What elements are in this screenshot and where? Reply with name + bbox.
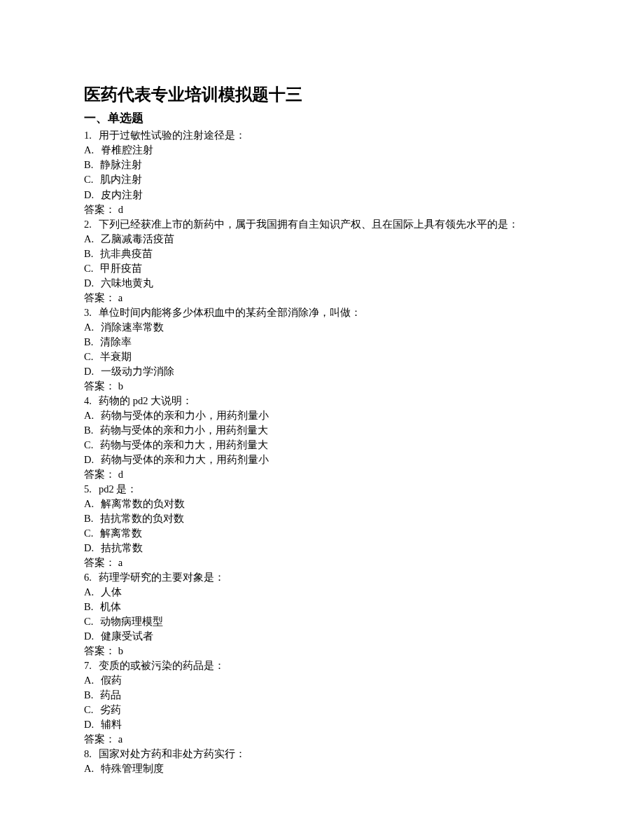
- option: B.抗非典疫苗: [84, 247, 560, 261]
- option-text: 甲肝疫苗: [100, 263, 142, 274]
- option-letter: A.: [84, 497, 94, 511]
- option: A.假药: [84, 673, 560, 688]
- option: D.辅料: [84, 717, 560, 732]
- answer-line: 答案： b: [84, 379, 560, 394]
- option: A.人体: [84, 585, 560, 600]
- option-letter: D.: [84, 188, 94, 202]
- option-text: 六味地黄丸: [101, 277, 153, 289]
- option-text: 人体: [101, 586, 122, 598]
- option-letter: C.: [84, 350, 93, 364]
- option-letter: A.: [84, 143, 94, 158]
- option-letter: B.: [84, 247, 93, 261]
- option-text: 解离常数的负对数: [101, 498, 185, 509]
- option-text: 肌内注射: [100, 174, 142, 185]
- option: C.肌内注射: [84, 172, 560, 187]
- option: A.特殊管理制度: [84, 761, 560, 776]
- option: D.一级动力学消除: [84, 364, 560, 379]
- question-number: 3.: [84, 305, 92, 320]
- option: C.劣药: [84, 703, 560, 717]
- option-letter: C.: [84, 438, 93, 453]
- question-stem: 4.药物的 pd2 大说明：: [84, 394, 560, 408]
- question-text: 药理学研究的主要对象是：: [99, 572, 225, 583]
- option-text: 静脉注射: [100, 159, 142, 170]
- answer-label: 答案：: [84, 557, 115, 568]
- question-stem: 6.药理学研究的主要对象是：: [84, 570, 560, 585]
- section-heading: 一、单选题: [84, 110, 560, 127]
- option-text: 药物与受体的亲和力大，用药剂量小: [101, 454, 269, 465]
- option-text: 一级动力学消除: [101, 366, 174, 377]
- question-text: 药物的 pd2 大说明：: [99, 395, 192, 406]
- option-text: 抗非典疫苗: [100, 248, 153, 259]
- question-text: pd2 是：: [99, 483, 137, 495]
- question-number: 4.: [84, 394, 92, 408]
- answer-value: b: [115, 380, 123, 392]
- option-text: 药品: [100, 689, 121, 701]
- question-number: 5.: [84, 482, 92, 497]
- option: D.拮抗常数: [84, 541, 560, 555]
- option: C.解离常数: [84, 526, 560, 541]
- questions-list: 1.用于过敏性试验的注射途径是：A.脊椎腔注射B.静脉注射C.肌内注射D.皮内注…: [84, 128, 560, 776]
- option-letter: C.: [84, 172, 93, 187]
- option-text: 特殊管理制度: [101, 763, 164, 774]
- option: B.机体: [84, 600, 560, 614]
- option: B.药品: [84, 688, 560, 703]
- question-stem: 3.单位时间内能将多少体积血中的某药全部消除净，叫做：: [84, 305, 560, 320]
- option: A.消除速率常数: [84, 320, 560, 335]
- answer-label: 答案：: [84, 292, 115, 303]
- question-number: 8.: [84, 747, 92, 761]
- option-text: 健康受试者: [101, 630, 153, 642]
- answer-value: a: [115, 733, 122, 745]
- option-text: 劣药: [100, 704, 121, 715]
- answer-line: 答案： d: [84, 202, 560, 217]
- option-text: 解离常数: [100, 527, 142, 539]
- question-text: 单位时间内能将多少体积血中的某药全部消除净，叫做：: [99, 307, 361, 318]
- option-letter: C.: [84, 261, 93, 276]
- option-letter: B.: [84, 423, 93, 438]
- question-stem: 7.变质的或被污染的药品是：: [84, 658, 560, 673]
- option: B.清除率: [84, 335, 560, 350]
- option: C.甲肝疫苗: [84, 261, 560, 276]
- option-text: 拮抗常数的负对数: [100, 513, 184, 524]
- option-letter: A.: [84, 585, 94, 600]
- answer-line: 答案： a: [84, 732, 560, 747]
- option-letter: A.: [84, 232, 94, 247]
- option: A.解离常数的负对数: [84, 497, 560, 511]
- answer-label: 答案：: [84, 733, 115, 745]
- option-text: 拮抗常数: [101, 542, 143, 553]
- option-letter: B.: [84, 688, 93, 703]
- question-text: 国家对处方药和非处方药实行：: [99, 748, 246, 759]
- question-stem: 2.下列已经获准上市的新药中，属于我国拥有自主知识产权、且在国际上具有领先水平的…: [84, 217, 560, 232]
- answer-label: 答案：: [84, 469, 115, 480]
- option: A.脊椎腔注射: [84, 143, 560, 158]
- answer-line: 答案： d: [84, 467, 560, 482]
- option-text: 假药: [101, 675, 122, 686]
- answer-value: a: [115, 557, 122, 568]
- question-number: 6.: [84, 570, 92, 585]
- option-text: 半衰期: [100, 351, 132, 362]
- option-text: 辅料: [101, 719, 122, 730]
- question-number: 1.: [84, 128, 92, 143]
- answer-line: 答案： b: [84, 644, 560, 658]
- option-letter: B.: [84, 158, 93, 172]
- option: D.健康受试者: [84, 629, 560, 644]
- option: C.动物病理模型: [84, 614, 560, 629]
- option-letter: D.: [84, 276, 94, 291]
- option-text: 动物病理模型: [100, 616, 163, 627]
- option: D.药物与受体的亲和力大，用药剂量小: [84, 453, 560, 467]
- option-text: 脊椎腔注射: [101, 144, 153, 156]
- option-letter: B.: [84, 511, 93, 526]
- question-number: 7.: [84, 658, 92, 673]
- option-text: 药物与受体的亲和力大，用药剂量大: [100, 439, 268, 450]
- option: C.半衰期: [84, 350, 560, 364]
- answer-value: b: [115, 645, 123, 656]
- option-letter: B.: [84, 600, 93, 614]
- option-letter: A.: [84, 673, 94, 688]
- question-text: 用于过敏性试验的注射途径是：: [99, 130, 246, 141]
- option: B.拮抗常数的负对数: [84, 511, 560, 526]
- option: D.皮内注射: [84, 188, 560, 202]
- option: B.药物与受体的亲和力小，用药剂量大: [84, 423, 560, 438]
- question-stem: 1.用于过敏性试验的注射途径是：: [84, 128, 560, 143]
- answer-line: 答案： a: [84, 555, 560, 570]
- option-text: 药物与受体的亲和力小，用药剂量大: [100, 425, 268, 436]
- option-text: 药物与受体的亲和力小，用药剂量小: [101, 410, 269, 421]
